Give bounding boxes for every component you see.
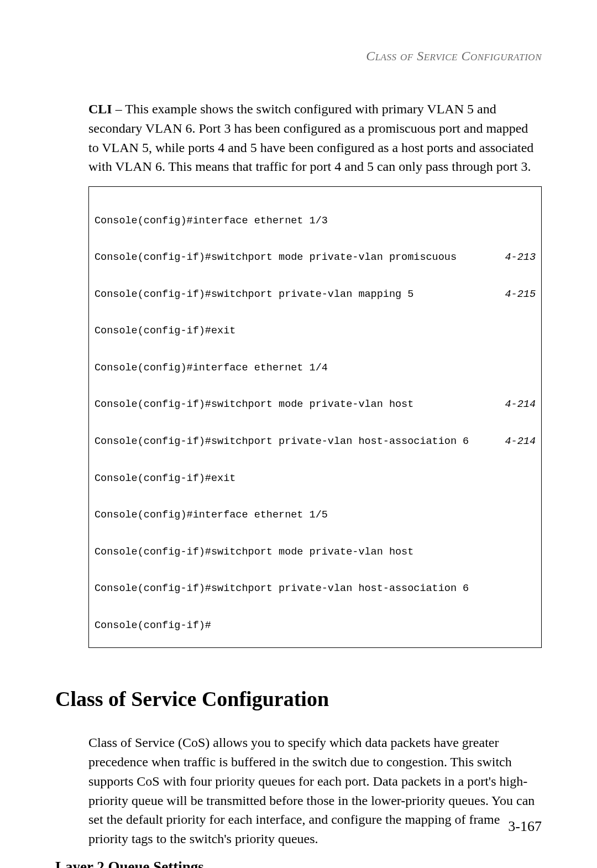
- code-line: Console(config-if)#switchport private-vl…: [95, 583, 536, 595]
- page-number: 3-167: [508, 818, 542, 835]
- intro-text: – This example shows the switch configur…: [88, 102, 533, 174]
- code-line: Console(config)#interface ethernet 1/5: [95, 509, 536, 521]
- code-line: Console(config-if)#switchport private-vl…: [95, 436, 536, 448]
- code-line: Console(config)#interface ethernet 1/3: [95, 215, 536, 227]
- section-paragraph: Class of Service (CoS) allows you to spe…: [88, 733, 542, 849]
- subsection-heading: Layer 2 Queue Settings: [55, 859, 542, 868]
- running-header: Class of Service Configuration: [55, 49, 542, 64]
- code-line: Console(config-if)#switchport private-vl…: [95, 289, 536, 301]
- code-line: Console(config-if)#switchport mode priva…: [95, 546, 536, 558]
- code-line: Console(config-if)#: [95, 620, 536, 632]
- intro-paragraph: CLI – This example shows the switch conf…: [88, 100, 542, 176]
- code-line: Console(config-if)#exit: [95, 473, 536, 485]
- code-line: Console(config-if)#switchport mode priva…: [95, 399, 536, 411]
- code-block: Console(config)#interface ethernet 1/3 C…: [88, 186, 542, 648]
- code-line: Console(config-if)#switchport mode priva…: [95, 252, 536, 264]
- code-line: Console(config-if)#exit: [95, 325, 536, 337]
- section-heading: Class of Service Configuration: [55, 687, 542, 711]
- code-line: Console(config)#interface ethernet 1/4: [95, 362, 536, 374]
- cli-label: CLI: [88, 102, 112, 116]
